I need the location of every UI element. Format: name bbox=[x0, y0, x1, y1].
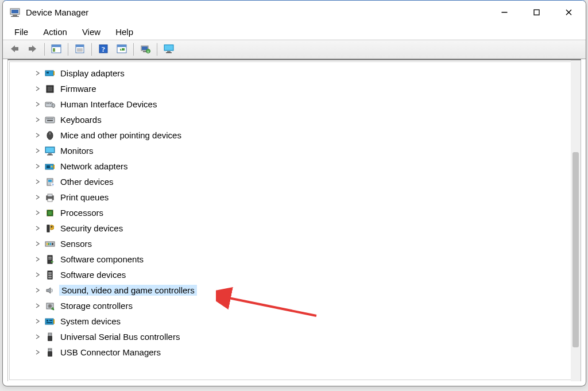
tree-item-label: Monitors bbox=[59, 145, 95, 156]
svg-rect-111 bbox=[51, 349, 51, 350]
chevron-right-icon[interactable] bbox=[34, 148, 41, 154]
svg-rect-43 bbox=[45, 102, 52, 107]
sensor-icon bbox=[44, 238, 56, 250]
chevron-right-icon[interactable] bbox=[34, 349, 41, 356]
svg-rect-77 bbox=[53, 211, 53, 212]
tree-item[interactable]: Monitors bbox=[10, 143, 579, 158]
tree-item-label: USB Connector Managers bbox=[59, 347, 162, 358]
chevron-right-icon[interactable] bbox=[34, 179, 41, 185]
svg-rect-95 bbox=[48, 274, 52, 276]
svg-rect-22 bbox=[122, 48, 125, 51]
chevron-right-icon[interactable] bbox=[34, 225, 41, 232]
maximize-button[interactable] bbox=[520, 1, 552, 23]
toolbar-show-hidden[interactable] bbox=[48, 42, 65, 57]
toolbar-back[interactable] bbox=[6, 42, 23, 57]
tree-item[interactable]: Network adapters bbox=[10, 158, 579, 174]
device-manager-window: Device Manager File Action View Help ? bbox=[2, 0, 586, 386]
tree-item[interactable]: USB Connector Managers bbox=[10, 344, 579, 360]
chevron-right-icon[interactable] bbox=[34, 117, 41, 123]
tree-item[interactable]: System devices bbox=[10, 313, 579, 329]
svg-rect-82 bbox=[50, 216, 51, 216]
menu-action[interactable]: Action bbox=[37, 26, 73, 38]
tree-item[interactable]: Storage controllers bbox=[10, 298, 579, 313]
tree-item[interactable]: Processors bbox=[10, 205, 579, 220]
svg-rect-80 bbox=[50, 210, 51, 210]
tree-item[interactable]: Display adapters bbox=[10, 65, 579, 81]
chevron-right-icon[interactable] bbox=[34, 256, 41, 263]
svg-rect-49 bbox=[47, 118, 48, 119]
svg-rect-36 bbox=[48, 87, 52, 91]
chevron-right-icon[interactable] bbox=[34, 272, 41, 278]
tree-item[interactable]: Sound, video and game controllers bbox=[10, 282, 579, 298]
tree-item-label: Universal Serial Bus controllers bbox=[59, 331, 181, 342]
svg-rect-91 bbox=[48, 257, 52, 258]
chevron-right-icon[interactable] bbox=[34, 287, 41, 294]
tree-item[interactable]: Keyboards bbox=[10, 112, 579, 127]
svg-point-99 bbox=[49, 305, 51, 307]
svg-rect-106 bbox=[49, 334, 49, 335]
svg-rect-42 bbox=[53, 90, 54, 91]
properties-icon bbox=[75, 44, 85, 56]
menu-help[interactable]: Help bbox=[110, 26, 139, 38]
chevron-right-icon[interactable] bbox=[34, 334, 41, 340]
tree-item-label: Other devices bbox=[59, 176, 115, 187]
svg-rect-34 bbox=[47, 72, 49, 73]
titlebar[interactable]: Device Manager bbox=[3, 1, 586, 24]
svg-rect-8 bbox=[14, 47, 18, 51]
chevron-right-icon[interactable] bbox=[34, 70, 41, 77]
svg-rect-109 bbox=[48, 349, 52, 351]
toolbar-properties[interactable] bbox=[71, 42, 88, 57]
svg-rect-59 bbox=[46, 148, 54, 152]
svg-rect-83 bbox=[47, 225, 49, 232]
tree-item[interactable]: Universal Serial Bus controllers bbox=[10, 329, 579, 344]
tree-item[interactable]: Software devices bbox=[10, 267, 579, 282]
svg-point-84 bbox=[51, 226, 53, 227]
tree-item[interactable]: Print queues bbox=[10, 189, 579, 205]
menu-view[interactable]: View bbox=[76, 26, 106, 38]
chevron-right-icon[interactable] bbox=[34, 318, 41, 325]
toolbar-help[interactable]: ? bbox=[95, 42, 112, 57]
toolbar-monitor[interactable] bbox=[160, 42, 177, 57]
chevron-right-icon[interactable] bbox=[34, 101, 41, 108]
chevron-right-icon[interactable] bbox=[34, 163, 41, 170]
tree-item[interactable]: ?Other devices bbox=[10, 174, 579, 189]
svg-rect-14 bbox=[76, 45, 84, 47]
tree-item[interactable]: Sensors bbox=[10, 236, 579, 251]
hid-icon bbox=[44, 99, 56, 110]
toolbar-forward[interactable] bbox=[24, 42, 41, 57]
chevron-right-icon[interactable] bbox=[34, 132, 41, 139]
back-icon bbox=[9, 44, 20, 55]
tree-item[interactable]: Software components bbox=[10, 251, 579, 267]
svg-rect-29 bbox=[165, 45, 173, 50]
toolbar-show-all[interactable] bbox=[113, 42, 130, 57]
minimize-button[interactable] bbox=[488, 1, 520, 23]
chevron-right-icon[interactable] bbox=[34, 303, 41, 309]
svg-rect-86 bbox=[47, 243, 48, 245]
svg-rect-33 bbox=[53, 71, 55, 75]
software-device-icon bbox=[44, 269, 56, 281]
tree-item[interactable]: Security devices bbox=[10, 220, 579, 236]
tree-item-label: System devices bbox=[59, 316, 122, 327]
chevron-right-icon[interactable] bbox=[34, 86, 41, 92]
close-button[interactable] bbox=[552, 1, 585, 23]
chevron-right-icon[interactable] bbox=[34, 210, 41, 216]
svg-rect-9 bbox=[29, 47, 33, 51]
svg-rect-52 bbox=[51, 118, 52, 119]
svg-rect-31 bbox=[166, 52, 172, 53]
monitor-icon bbox=[163, 44, 175, 56]
tree-item[interactable]: Firmware bbox=[10, 81, 579, 96]
scrollbar-thumb[interactable] bbox=[572, 152, 579, 347]
svg-rect-63 bbox=[53, 165, 55, 169]
vertical-scrollbar[interactable] bbox=[571, 60, 581, 381]
toolbar-scan[interactable]: + bbox=[137, 42, 154, 57]
chevron-right-icon[interactable] bbox=[34, 194, 41, 201]
usb-icon bbox=[44, 331, 56, 343]
svg-rect-102 bbox=[47, 320, 48, 322]
tree-item[interactable]: Mice and other pointing devices bbox=[10, 127, 579, 143]
svg-rect-105 bbox=[48, 333, 52, 336]
chevron-right-icon[interactable] bbox=[34, 241, 41, 247]
device-tree[interactable]: Display adaptersFirmwareHuman Interface … bbox=[10, 62, 579, 363]
network-adapter-icon bbox=[44, 161, 56, 172]
menu-file[interactable]: File bbox=[9, 26, 34, 38]
tree-item[interactable]: Human Interface Devices bbox=[10, 96, 579, 112]
